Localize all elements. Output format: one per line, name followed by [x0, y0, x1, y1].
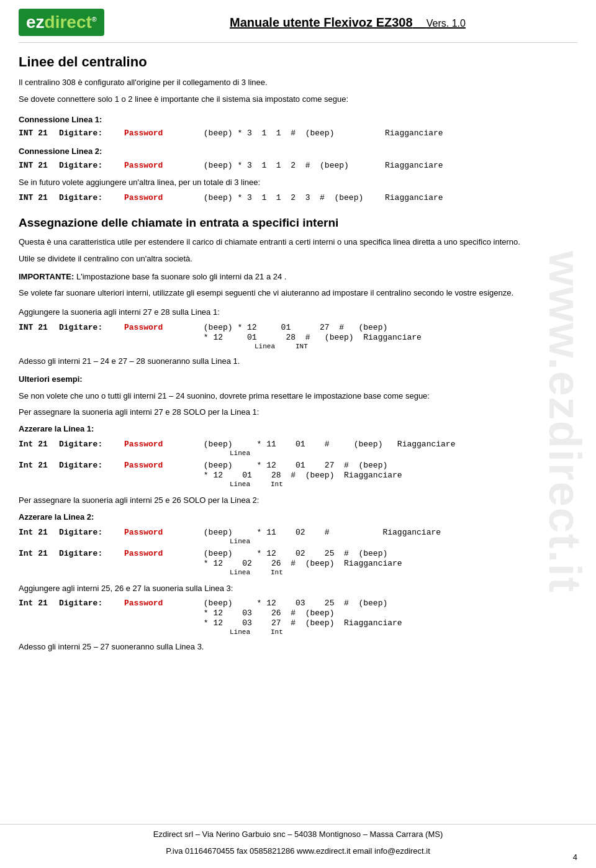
conn2-action: Riagganciare [385, 161, 443, 170]
conn1-action: Riagganciare [385, 129, 443, 138]
az2b-sub: Linea Int [230, 569, 283, 576]
title-text: Manuale utente Flexivoz EZ308 [230, 16, 413, 29]
block1-password: Password [124, 323, 199, 332]
az2-password: Password [124, 528, 199, 537]
az1b-digitare: Digitare: [59, 461, 124, 470]
page-number: 4 [573, 852, 577, 862]
assegnazione-desc1: Questa è una caratteristica utile per es… [19, 236, 577, 249]
section-title-linee: Linee del centralino [19, 54, 577, 70]
conn1-block: INT 21 Digitare: Password (beep) * 3 1 1… [19, 129, 577, 138]
conn2-label: Connessione Linea 2: [19, 145, 577, 158]
az3-password: Password [124, 599, 199, 608]
az2-int: Int 21 [19, 528, 59, 537]
block1-sub1: Linea INT [255, 343, 308, 350]
az1b-block: Int 21 Digitare: Password (beep) * 12 01… [19, 461, 577, 488]
az1-password: Password [124, 440, 199, 449]
version-text: Vers. 1.0 [427, 18, 466, 29]
footer: Ezdirect srl – Via Nerino Garbuio snc – … [0, 824, 596, 862]
az2b-codes2: * 12 02 26 # (beep) Riagganciare [199, 559, 402, 568]
importante-para: IMPORTANTE: L'impostazione base fa suona… [19, 271, 577, 284]
az1-block: Int 21 Digitare: Password (beep) * 11 01… [19, 440, 577, 457]
block1-codes1: (beep) * 12 01 27 # (beep) [199, 323, 387, 332]
futuro-block: INT 21 Digitare: Password (beep) * 3 1 1… [19, 193, 577, 202]
az2-subrow: Linea [199, 538, 577, 545]
az1-codes: (beep) * 11 01 # (beep) Riagganciare [199, 440, 455, 449]
block1-digitare: Digitare: [59, 323, 124, 332]
az1-digitare: Digitare: [59, 440, 124, 449]
importante-text: L'impostazione base fa suonare solo gli … [76, 272, 287, 281]
ulteriori-label-strong: Ulteriori esempi: [19, 374, 83, 384]
block1-row1: INT 21 Digitare: Password (beep) * 12 01… [19, 323, 577, 332]
az3-row2: * 12 03 26 # (beep) [19, 608, 577, 618]
az1b-sub: Linea Int [230, 481, 283, 488]
content: Linee del centralino Il centralino 308 è… [19, 54, 577, 654]
page: www.ezdirect.it ezdirect® Manuale utente… [0, 0, 596, 868]
block1-int: INT 21 [19, 323, 59, 332]
az3-int: Int 21 [19, 599, 59, 608]
az2-digitare: Digitare: [59, 528, 124, 537]
az2b-digitare: Digitare: [59, 549, 124, 558]
az2b-block: Int 21 Digitare: Password (beep) * 12 02… [19, 549, 577, 576]
per-assegnare-1: Per assegnare la suoneria agli interni 2… [19, 406, 577, 419]
block1-codes2: * 12 01 28 # (beep) Riagganciare [199, 333, 422, 342]
az2b-int: Int 21 [19, 549, 59, 558]
conn2-row: INT 21 Digitare: Password (beep) * 3 1 1… [19, 161, 577, 170]
futuro-password: Password [124, 193, 199, 202]
aggiungere-27-28: Aggiungere la suoneria agli interni 27 e… [19, 306, 577, 319]
futuro-codes: (beep) * 3 1 1 2 3 # (beep) [199, 193, 385, 202]
per-assegnare-2: Per assegnare la suoneria agli interni 2… [19, 494, 577, 507]
conn1-password: Password [124, 129, 199, 138]
linee-intro: Il centralino 308 è configurato all'orig… [19, 76, 577, 89]
conn2-digitare: Digitare: [59, 161, 124, 170]
footer-line1: Ezdirect srl – Via Nerino Garbuio snc – … [0, 828, 596, 841]
futuro-int: INT 21 [19, 193, 59, 202]
adesso-27-28: Adesso gli interni 21 – 24 e 27 – 28 suo… [19, 355, 577, 368]
az2-sub: Linea [230, 538, 250, 545]
azzerare-1: Azzerare la Linea 1: [19, 423, 577, 436]
az2-block: Int 21 Digitare: Password (beep) * 11 02… [19, 528, 577, 545]
az3-block: Int 21 Digitare: Password (beep) * 12 03… [19, 599, 577, 636]
aggiungere-25-26-27: Aggiungere agli interni 25, 26 e 27 la s… [19, 582, 577, 595]
az1-row1: Int 21 Digitare: Password (beep) * 11 01… [19, 440, 577, 449]
futuro-action: Riagganciare [385, 193, 443, 202]
az1b-row1: Int 21 Digitare: Password (beep) * 12 01… [19, 461, 577, 470]
az2b-row2: * 12 02 26 # (beep) Riagganciare [19, 559, 577, 568]
azzerare-2: Azzerare la Linea 2: [19, 511, 577, 524]
conn1-int: INT 21 [19, 129, 59, 138]
conn2-block: INT 21 Digitare: Password (beep) * 3 1 1… [19, 161, 577, 170]
futuro-text: Se in futuro volete aggiungere un'altra … [19, 176, 577, 189]
futuro-digitare: Digitare: [59, 193, 124, 202]
az3-codes1: (beep) * 12 03 25 # (beep) [199, 599, 387, 608]
az3-digitare: Digitare: [59, 599, 124, 608]
section-title-assegnazione: Assegnazione delle chiamate in entrata a… [19, 216, 577, 230]
assegnazione-desc2: Utile se dividete il centralino con un'a… [19, 253, 577, 266]
footer-line2: P.iva 01164670455 fax 0585821286 www.ezd… [0, 845, 596, 858]
az2b-codes1: (beep) * 12 02 25 # (beep) [199, 549, 387, 558]
importante-label: IMPORTANTE: [19, 272, 74, 281]
az2-row1: Int 21 Digitare: Password (beep) * 11 02… [19, 528, 577, 537]
page-title: Manuale utente Flexivoz EZ308 Vers. 1.0 [118, 16, 577, 30]
az1-subrow: Linea [199, 450, 577, 457]
adesso-25-27: Adesso gli interni 25 – 27 suoneranno su… [19, 641, 577, 654]
az3-codes2: * 12 03 26 # (beep) [199, 608, 334, 618]
logo-box: ezdirect® [19, 9, 104, 36]
ulteriori-text: Se non volete che uno o tutti gli intern… [19, 390, 577, 403]
az3-subrow: Linea Int [199, 628, 577, 636]
block1: INT 21 Digitare: Password (beep) * 12 01… [19, 323, 577, 350]
az1b-row2: * 12 01 28 # (beep) Riagganciare [19, 471, 577, 480]
header: ezdirect® Manuale utente Flexivoz EZ308 … [19, 0, 577, 43]
conn1-row: INT 21 Digitare: Password (beep) * 3 1 1… [19, 129, 577, 138]
conn1-codes: (beep) * 3 1 1 # (beep) [199, 129, 385, 138]
az2b-row1: Int 21 Digitare: Password (beep) * 12 02… [19, 549, 577, 558]
az3-row1: Int 21 Digitare: Password (beep) * 12 03… [19, 599, 577, 608]
az2-codes1: (beep) * 11 02 # Riagganciare [199, 528, 441, 537]
conn2-password: Password [124, 161, 199, 170]
conn2-codes: (beep) * 3 1 1 2 # (beep) [199, 161, 385, 170]
az1b-int: Int 21 [19, 461, 59, 470]
az1b-subrow: Linea Int [199, 481, 577, 488]
futuro-row: INT 21 Digitare: Password (beep) * 3 1 1… [19, 193, 577, 202]
conn1-label: Connessione Linea 1: [19, 114, 577, 127]
block1-subrow: Linea INT [199, 343, 577, 350]
ulteriori-label: Ulteriori esempi: [19, 373, 577, 386]
linee-solo12: Se dovete connettere solo 1 o 2 linee è … [19, 93, 577, 106]
